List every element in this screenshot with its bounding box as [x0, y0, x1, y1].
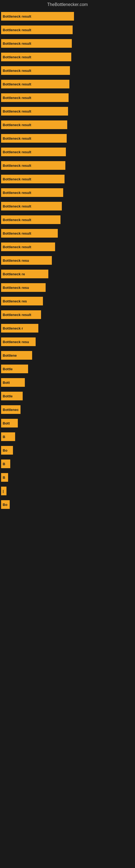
- bar-12: Bottleneck result: [1, 175, 64, 183]
- bar-31: B: [1, 432, 15, 441]
- bar-0: Bottleneck result: [1, 12, 74, 21]
- bar-row: Bott: [0, 378, 135, 387]
- bar-33: B: [1, 460, 10, 468]
- bar-14: Bottleneck result: [1, 202, 62, 211]
- bar-label-24: Bottleneck resu: [3, 340, 29, 344]
- bar-row: Bottleneck result: [0, 148, 135, 156]
- bar-row: Bottleneck result: [0, 215, 135, 224]
- bar-25: Bottlene: [1, 351, 32, 360]
- bar-28: Bottle: [1, 392, 23, 400]
- bar-27: Bott: [1, 378, 25, 387]
- bar-10: Bottleneck result: [1, 148, 66, 156]
- bar-label-32: Bo: [3, 448, 7, 453]
- bar-row: Bottleneck result: [0, 66, 135, 75]
- bar-row: Bottleneck result: [0, 107, 135, 116]
- bar-label-11: Bottleneck result: [3, 163, 31, 167]
- bar-label-35: |: [3, 489, 4, 493]
- bar-label-4: Bottleneck result: [3, 69, 31, 73]
- bar-label-14: Bottleneck result: [3, 204, 31, 208]
- bar-row: Bottleneck r: [0, 324, 135, 333]
- bar-row: B: [0, 432, 135, 441]
- bar-label-19: Bottleneck re: [3, 272, 25, 276]
- bar-7: Bottleneck result: [1, 107, 68, 116]
- bar-26: Bottle: [1, 365, 28, 373]
- bar-row: Bott: [0, 419, 135, 428]
- bar-row: Bottle: [0, 392, 135, 400]
- bar-row: Bottleneck result: [0, 134, 135, 143]
- bar-30: Bott: [1, 419, 18, 428]
- bar-row: Bottleneck re: [0, 270, 135, 278]
- bar-row: Bottleneck result: [0, 12, 135, 21]
- bar-13: Bottleneck result: [1, 188, 63, 197]
- bar-row: B: [0, 460, 135, 468]
- bar-label-17: Bottleneck result: [3, 245, 31, 249]
- bar-row: Bottleneck result: [0, 120, 135, 129]
- bar-row: Bottleneck result: [0, 202, 135, 211]
- bar-6: Bottleneck result: [1, 93, 69, 102]
- bar-1: Bottleneck result: [1, 26, 73, 34]
- bar-18: Bottleneck resu: [1, 256, 52, 265]
- bar-22: Bottleneck result: [1, 310, 41, 319]
- bar-label-7: Bottleneck result: [3, 109, 31, 113]
- bar-label-1: Bottleneck result: [3, 28, 31, 32]
- bar-label-22: Bottleneck result: [3, 313, 31, 317]
- bar-36: Bo: [1, 500, 10, 509]
- bar-label-12: Bottleneck result: [3, 177, 31, 181]
- bar-5: Bottleneck result: [1, 80, 70, 88]
- bar-row: Bottleneck result: [0, 53, 135, 61]
- bar-row: Bottleneck res: [0, 297, 135, 305]
- bar-9: Bottleneck result: [1, 134, 67, 143]
- bar-label-29: Bottlenec: [3, 408, 18, 412]
- bar-row: Bottleneck result: [0, 229, 135, 238]
- bar-label-23: Bottleneck r: [3, 326, 23, 330]
- bar-label-27: Bott: [3, 380, 10, 384]
- bar-label-33: B: [3, 462, 5, 466]
- bars-container: Bottleneck resultBottleneck resultBottle…: [0, 9, 135, 517]
- bar-label-30: Bott: [3, 421, 10, 425]
- bar-label-2: Bottleneck result: [3, 41, 31, 45]
- bar-8: Bottleneck result: [1, 120, 67, 129]
- bar-label-5: Bottleneck result: [3, 82, 31, 86]
- bar-label-3: Bottleneck result: [3, 55, 31, 59]
- bar-21: Bottleneck res: [1, 297, 43, 305]
- bar-row: Bottleneck resu: [0, 283, 135, 292]
- bar-row: Bo: [0, 446, 135, 455]
- bar-label-26: Bottle: [3, 367, 13, 371]
- bar-row: Bottleneck resu: [0, 256, 135, 265]
- bar-label-13: Bottleneck result: [3, 191, 31, 195]
- bar-4: Bottleneck result: [1, 66, 70, 75]
- bar-row: Bottleneck result: [0, 26, 135, 34]
- bar-2: Bottleneck result: [1, 39, 72, 48]
- bar-label-15: Bottleneck result: [3, 218, 31, 222]
- bar-label-34: B: [3, 475, 5, 479]
- bar-row: Bottleneck result: [0, 80, 135, 88]
- bar-row: Bottleneck resu: [0, 337, 135, 346]
- bar-label-18: Bottleneck resu: [3, 258, 29, 262]
- bar-label-20: Bottleneck resu: [3, 286, 29, 290]
- bar-row: B: [0, 473, 135, 482]
- bar-label-10: Bottleneck result: [3, 150, 31, 154]
- bar-11: Bottleneck result: [1, 161, 65, 170]
- bar-label-25: Bottlene: [3, 353, 17, 358]
- bar-34: B: [1, 473, 8, 482]
- bar-label-16: Bottleneck result: [3, 231, 31, 236]
- bar-row: |: [0, 487, 135, 495]
- bar-label-28: Bottle: [3, 394, 13, 398]
- bar-3: Bottleneck result: [1, 53, 71, 61]
- bar-20: Bottleneck resu: [1, 283, 46, 292]
- bar-24: Bottleneck resu: [1, 337, 36, 346]
- bar-label-31: B: [3, 435, 5, 439]
- bar-label-9: Bottleneck result: [3, 136, 31, 141]
- bar-label-6: Bottleneck result: [3, 96, 31, 100]
- bar-row: Bottle: [0, 365, 135, 373]
- bar-row: Bottleneck result: [0, 39, 135, 48]
- bar-17: Bottleneck result: [1, 243, 55, 251]
- bar-row: Bottleneck result: [0, 93, 135, 102]
- bar-16: Bottleneck result: [1, 229, 58, 238]
- bar-row: Bottleneck result: [0, 175, 135, 183]
- bar-32: Bo: [1, 446, 13, 455]
- bar-label-8: Bottleneck result: [3, 123, 31, 127]
- bar-label-0: Bottleneck result: [3, 14, 31, 19]
- bar-23: Bottleneck r: [1, 324, 38, 333]
- bar-row: Bottlenec: [0, 405, 135, 414]
